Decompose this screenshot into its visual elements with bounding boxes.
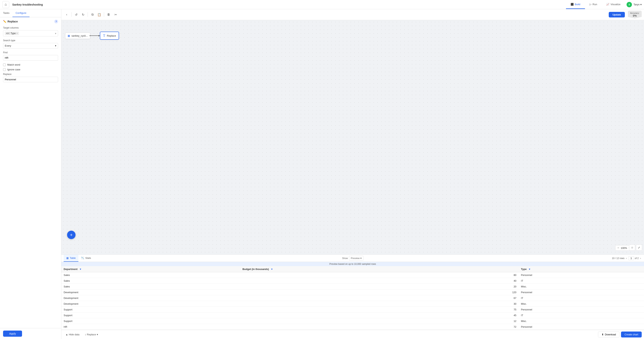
canvas-main[interactable]: ▦ sankey_cycli... ● ▶ 𝕋 Replace +: [61, 20, 644, 254]
delete-button[interactable]: 🗑: [106, 12, 112, 18]
table-row: HR 72 Personnel: [61, 324, 644, 330]
tab-stats[interactable]: 📉 Stats: [78, 255, 94, 262]
copy-button[interactable]: ⧉: [89, 12, 96, 18]
accuracy-label: Accuracy:: [630, 12, 640, 14]
show-label: Show Preview ▾: [342, 256, 364, 261]
accuracy-value: 0%: [630, 14, 640, 17]
run-icon: ▷: [590, 3, 592, 6]
show-arrow-icon: ▾: [360, 257, 362, 260]
build-icon: ⬛: [570, 3, 574, 6]
data-panel: ▦ Table 📉 Stats Show Preview ▾ 10 / 12 r…: [61, 254, 644, 339]
ignore-case-row: Ignore case: [3, 68, 58, 71]
find-group: Find: [3, 51, 58, 61]
panel-header: ✏️ Replace ?: [3, 20, 58, 24]
table-icon: ▦: [68, 34, 70, 37]
tab-table[interactable]: ▦ Table: [64, 255, 78, 262]
canvas-right-actions: ☆ ⤢: [629, 244, 642, 251]
prev-page-button[interactable]: ‹: [625, 257, 628, 260]
cell-department: Sales: [61, 284, 240, 289]
table-row: Support 12 Misc.: [61, 318, 644, 324]
match-word-checkbox[interactable]: [3, 64, 6, 66]
target-columns-input[interactable]: ABC Type × ▾: [3, 30, 58, 37]
cell-budget: 80: [240, 272, 519, 278]
favorite-button[interactable]: ☆: [629, 244, 635, 251]
main-layout: Tasks Configure ✏️ Replace ? Target colu…: [0, 9, 644, 339]
user-area: 0 Taryn ▾: [626, 2, 642, 7]
cell-budget: 67: [240, 295, 519, 301]
match-word-row: Match word: [3, 63, 58, 66]
tab-tasks[interactable]: Tasks: [0, 9, 12, 17]
disconnect-button[interactable]: ✂: [112, 12, 119, 18]
table-row: Support 45 IT: [61, 312, 644, 318]
cell-budget: 20: [240, 284, 519, 289]
search-type-label: Search type: [3, 39, 58, 42]
zoom-out-button[interactable]: −: [617, 246, 619, 250]
apply-button[interactable]: Apply: [3, 330, 22, 337]
left-panel: Tasks Configure ✏️ Replace ? Target colu…: [0, 9, 61, 339]
toolbar-separator-2: [88, 12, 88, 17]
panel-content: ✏️ Replace ? Target columns ABC Type × ▾: [0, 17, 61, 328]
hide-data-button[interactable]: ▲ Hide data: [64, 332, 82, 337]
ignore-case-checkbox[interactable]: [3, 68, 6, 71]
cell-budget: 120: [240, 289, 519, 295]
tab-build[interactable]: ⬛ Build: [566, 0, 585, 9]
tag-remove-button[interactable]: ×: [16, 32, 18, 35]
tab-run[interactable]: ▷ Run: [585, 0, 602, 9]
cell-type: Personnel: [519, 272, 644, 278]
table-row: Support 75 Personnel: [61, 307, 644, 312]
help-button[interactable]: ?: [54, 20, 58, 24]
show-select[interactable]: Preview ▾: [349, 256, 364, 261]
tab-configure[interactable]: Configure: [12, 9, 29, 17]
replace-group: Replace: [3, 73, 58, 82]
col-header-type: Type ▼: [519, 266, 644, 272]
update-button[interactable]: Update: [609, 12, 625, 18]
dropdown-arrow-icon[interactable]: ▾: [55, 32, 56, 35]
cell-budget: 45: [240, 312, 519, 318]
undo-button[interactable]: ↺: [73, 12, 79, 18]
canvas-toolbar: ‹ ↺ ↻ ⧉ 📋 🗑 ✂ Update Accuracy: 0%: [61, 9, 644, 20]
cell-type: Misc.: [519, 284, 644, 289]
find-input[interactable]: [3, 55, 58, 61]
download-button[interactable]: ⬇ Download: [598, 331, 620, 337]
table-tab-icon: ▦: [66, 256, 68, 259]
cell-department: Sales: [61, 272, 240, 278]
user-menu-button[interactable]: Taryn ▾: [634, 3, 642, 6]
add-node-button[interactable]: +: [67, 231, 76, 239]
tab-visualize[interactable]: 📈 Visualize: [602, 0, 625, 9]
cell-type: IT: [519, 278, 644, 284]
search-type-select[interactable]: Every ▾: [3, 43, 58, 49]
redo-button[interactable]: ↻: [80, 12, 86, 18]
next-page-button[interactable]: ›: [640, 257, 642, 260]
cell-department: Support: [61, 307, 240, 312]
top-nav: ⌂ Sankey troubleshooting ⬛ Build ▷ Run 📈…: [0, 0, 644, 9]
fullscreen-button[interactable]: ⤢: [636, 244, 642, 251]
source-node[interactable]: ▦ sankey_cycli...: [65, 33, 90, 39]
table-row: Sales 20 Misc.: [61, 284, 644, 289]
search-type-group: Search type Every ▾: [3, 39, 58, 49]
filter-budget-icon[interactable]: ▼: [271, 268, 273, 270]
cell-budget: 40: [240, 278, 519, 284]
cell-budget: 75: [240, 307, 519, 312]
app-title: Sankey troubleshooting: [12, 3, 564, 6]
create-chart-button[interactable]: Create chart: [621, 331, 642, 337]
home-icon: ⌂: [5, 3, 7, 7]
find-label: Find: [3, 51, 58, 54]
match-word-label: Match word: [7, 63, 20, 66]
replace-node[interactable]: 𝕋 Replace: [100, 32, 119, 40]
stats-tab-icon: 📉: [81, 256, 84, 259]
edit-icon: ✏️: [3, 20, 6, 23]
notification-icon[interactable]: 0: [626, 2, 632, 7]
back-button[interactable]: ‹: [64, 12, 70, 18]
ignore-case-label: Ignore case: [7, 68, 20, 71]
paste-button[interactable]: 📋: [96, 12, 102, 18]
filter-department-icon[interactable]: ▼: [79, 268, 82, 270]
page-input[interactable]: [628, 256, 634, 260]
table-row: Development 67 IT: [61, 295, 644, 301]
filter-type-icon[interactable]: ▼: [528, 268, 531, 270]
replace-footer-button[interactable]: ↕ Replace ▾: [83, 332, 100, 337]
panel-tabs: Tasks Configure: [0, 9, 61, 17]
home-button[interactable]: ⌂: [2, 1, 9, 8]
cell-budget: 12: [240, 318, 519, 324]
replace-input[interactable]: [3, 77, 58, 82]
toolbar-separator: [71, 12, 72, 17]
